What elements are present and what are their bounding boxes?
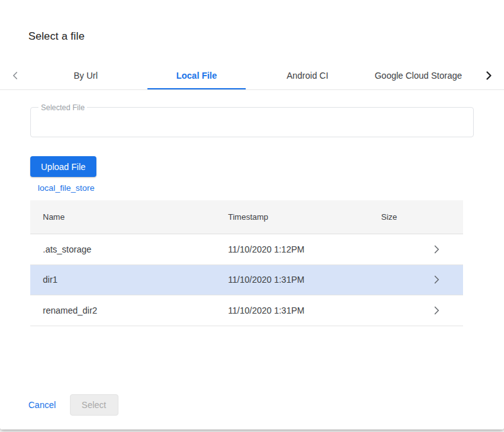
tab-label: By Url xyxy=(74,71,98,81)
tab-label: Local File xyxy=(176,71,217,81)
selected-file-field: Selected File xyxy=(30,107,474,137)
file-timestamp: 11/10/2020 1:12PM xyxy=(228,244,381,254)
tab-android-ci[interactable]: Android CI xyxy=(252,61,363,89)
tab-google-cloud-storage[interactable]: Google Cloud Storage xyxy=(363,61,474,89)
chevron-right-icon xyxy=(430,243,443,256)
file-name: dir1 xyxy=(30,275,228,285)
cancel-button[interactable]: Cancel xyxy=(28,400,56,410)
column-header-timestamp: Timestamp xyxy=(228,212,381,222)
select-button[interactable]: Select xyxy=(70,394,118,416)
table-row[interactable]: dir1 11/10/2020 1:31PM xyxy=(30,265,463,296)
upload-file-button[interactable]: Upload File xyxy=(30,156,96,177)
table-row[interactable]: renamed_dir2 11/10/2020 1:31PM xyxy=(30,295,463,326)
tabs-scroll-right-button[interactable] xyxy=(474,61,504,89)
column-header-size: Size xyxy=(381,212,410,222)
file-timestamp: 11/10/2020 1:31PM xyxy=(228,275,381,285)
chevron-right-icon xyxy=(430,304,443,317)
file-name: renamed_dir2 xyxy=(30,305,228,315)
tab-label: Google Cloud Storage xyxy=(375,71,462,81)
page-title: Select a file xyxy=(28,30,84,43)
open-directory-button[interactable] xyxy=(410,304,463,317)
column-header-name: Name xyxy=(30,212,228,222)
file-timestamp: 11/10/2020 1:31PM xyxy=(228,305,381,315)
open-directory-button[interactable] xyxy=(410,273,463,286)
file-name: .ats_storage xyxy=(30,244,228,254)
table-row[interactable]: .ats_storage 11/10/2020 1:12PM xyxy=(30,234,463,265)
tab-list: By Url Local File Android CI Google Clou… xyxy=(30,61,474,89)
chevron-left-icon xyxy=(9,69,21,82)
tab-label: Android CI xyxy=(287,71,328,81)
selected-file-input[interactable] xyxy=(31,108,473,137)
open-directory-button[interactable] xyxy=(410,243,463,256)
chevron-right-icon xyxy=(482,69,496,82)
tab-by-url[interactable]: By Url xyxy=(30,61,141,89)
tabs-scroll-left-button[interactable] xyxy=(0,61,30,89)
chevron-right-icon xyxy=(430,273,443,286)
tab-bar: By Url Local File Android CI Google Clou… xyxy=(0,61,504,90)
selected-file-label: Selected File xyxy=(38,103,87,113)
breadcrumb[interactable]: local_file_store xyxy=(38,183,94,193)
tab-local-file[interactable]: Local File xyxy=(141,61,252,89)
table-header-row: Name Timestamp Size xyxy=(30,200,463,234)
dialog-actions: Cancel Select xyxy=(28,394,118,416)
file-table: Name Timestamp Size .ats_storage 11/10/2… xyxy=(30,200,463,326)
select-file-dialog: Select a file By Url Local File Android … xyxy=(0,0,504,429)
